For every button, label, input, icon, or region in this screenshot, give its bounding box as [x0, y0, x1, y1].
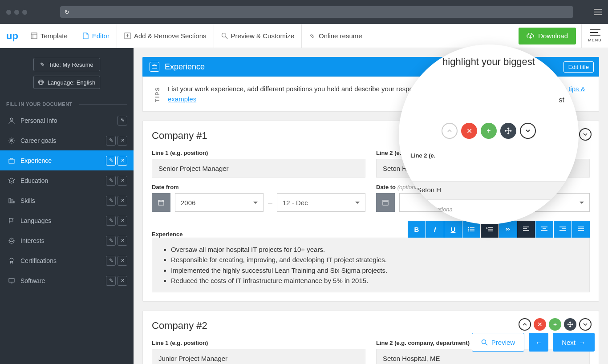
briefcase-icon: [150, 62, 159, 72]
collapse-button[interactable]: [579, 128, 592, 141]
add-button[interactable]: +: [481, 123, 497, 139]
language-button[interactable]: 🌐︎ Language: English: [33, 76, 100, 89]
align-center-button[interactable]: [535, 221, 553, 238]
minimize-window[interactable]: [14, 10, 19, 15]
delete-button[interactable]: ✕: [461, 123, 477, 139]
position-input[interactable]: [152, 159, 365, 178]
edit-icon[interactable]: ✎: [106, 196, 116, 206]
remove-icon[interactable]: ✕: [118, 276, 127, 286]
back-button[interactable]: ←: [529, 333, 548, 352]
svg-rect-18: [9, 279, 14, 282]
svg-rect-14: [11, 200, 13, 203]
target-icon: [6, 137, 17, 144]
align-left-button[interactable]: [517, 221, 535, 238]
sidebar-item-languages[interactable]: Languages ✎✕: [0, 210, 134, 231]
position-input[interactable]: [152, 349, 365, 364]
remove-icon[interactable]: ✕: [118, 156, 127, 166]
year-value: 2006: [181, 199, 195, 206]
close-window[interactable]: [6, 10, 11, 15]
remove-icon[interactable]: ✕: [118, 196, 127, 206]
nav-sections[interactable]: Add & Remove Sections: [117, 24, 214, 48]
sidebar-item-career-goals[interactable]: Career goals ✎✕: [0, 130, 134, 150]
edit-icon[interactable]: ✎: [106, 276, 116, 286]
edit-icon[interactable]: ✎: [106, 256, 116, 266]
edit-title-button[interactable]: Edit title: [563, 61, 594, 73]
sidebar-item-label: Personal Info: [20, 117, 57, 124]
move-button[interactable]: [564, 318, 576, 331]
menu-icon: [590, 29, 600, 36]
move-up-button[interactable]: [442, 123, 458, 139]
next-label: Next: [562, 339, 576, 346]
delete-button[interactable]: ✕: [534, 318, 546, 331]
url-bar[interactable]: ↻: [60, 6, 573, 18]
nav-preview[interactable]: Preview & Customize: [214, 24, 302, 48]
search-icon: [221, 32, 228, 39]
remove-icon[interactable]: ✕: [118, 236, 127, 246]
month-select[interactable]: 12 - Dec: [277, 193, 365, 212]
title-button[interactable]: ✎ Title: My Resume: [33, 58, 100, 71]
remove-icon[interactable]: ✕: [118, 136, 127, 146]
move-button[interactable]: [500, 123, 516, 139]
edit-icon[interactable]: ✎: [106, 216, 116, 226]
sidebar-item-software[interactable]: Software ✎✕: [0, 271, 134, 291]
collapse-button[interactable]: [520, 123, 536, 139]
year-select[interactable]: 2006: [175, 193, 263, 212]
edit-icon[interactable]: ✎: [106, 236, 116, 246]
svg-rect-12: [9, 159, 14, 163]
calendar-button[interactable]: [152, 193, 170, 212]
sidebar-item-certifications[interactable]: Certifications ✎✕: [0, 251, 134, 271]
download-button[interactable]: Download: [519, 28, 576, 44]
menu-button[interactable]: MENU: [581, 24, 608, 48]
sidebar-item-label: Experience: [20, 157, 52, 164]
sidebar-item-education[interactable]: Education ✎✕: [0, 170, 134, 190]
preview-button[interactable]: Preview: [472, 333, 524, 352]
nav-editor-label: Editor: [92, 32, 109, 40]
svg-rect-15: [13, 201, 14, 203]
move-up-button[interactable]: [519, 318, 531, 331]
maximize-window[interactable]: [22, 10, 27, 15]
bold-button[interactable]: B: [408, 221, 426, 238]
collapse-button[interactable]: [579, 318, 592, 331]
reload-icon[interactable]: ↻: [65, 9, 69, 16]
svg-text:1: 1: [486, 226, 488, 229]
align-justify-button[interactable]: [572, 221, 590, 238]
sidebar-item-personal-info[interactable]: Personal Info ✎: [0, 110, 134, 130]
edit-icon[interactable]: ✎: [118, 116, 127, 125]
sidebar-item-label: Skills: [20, 197, 35, 204]
browser-menu-icon[interactable]: [594, 9, 602, 15]
nav-editor[interactable]: Editor: [75, 24, 117, 48]
nav-template[interactable]: Template: [24, 24, 75, 48]
date-from-label: Date from: [152, 184, 365, 190]
edit-icon[interactable]: ✎: [106, 176, 116, 186]
sidebar-item-skills[interactable]: Skills ✎✕: [0, 190, 134, 210]
svg-point-17: [10, 258, 13, 262]
education-icon: [6, 177, 17, 184]
svg-point-30: [468, 231, 470, 232]
svg-line-7: [225, 37, 227, 39]
next-button[interactable]: Next →: [553, 333, 595, 352]
align-right-button[interactable]: [554, 221, 572, 238]
underline-button[interactable]: U: [444, 221, 462, 238]
experience-editor[interactable]: Oversaw all major hospital IT projects f…: [152, 238, 590, 292]
menu-label: MENU: [588, 38, 602, 42]
sidebar-item-experience[interactable]: Experience ✎✕: [0, 150, 134, 170]
remove-icon[interactable]: ✕: [118, 216, 127, 226]
tips-label: TIPS: [154, 86, 162, 102]
section-title: Experience: [165, 62, 205, 72]
flag-icon: [6, 217, 17, 224]
remove-icon[interactable]: ✕: [118, 256, 127, 266]
sidebar-item-label: Software: [20, 277, 45, 284]
logo[interactable]: up: [6, 30, 18, 42]
italic-button[interactable]: I: [426, 221, 444, 238]
add-button[interactable]: +: [549, 318, 561, 331]
topnav: Template Editor Add & Remove Sections Pr…: [24, 24, 369, 48]
edit-icon[interactable]: ✎: [106, 156, 116, 166]
edit-icon[interactable]: ✎: [106, 136, 116, 146]
ball-icon: [6, 237, 17, 244]
nav-online[interactable]: Online resume: [302, 24, 369, 48]
calendar-button[interactable]: [376, 193, 395, 212]
svg-rect-24: [383, 200, 388, 205]
title-button-label: Title: My Resume: [49, 61, 93, 68]
remove-icon[interactable]: ✕: [118, 176, 127, 186]
sidebar-item-interests[interactable]: Interests ✎✕: [0, 231, 134, 251]
